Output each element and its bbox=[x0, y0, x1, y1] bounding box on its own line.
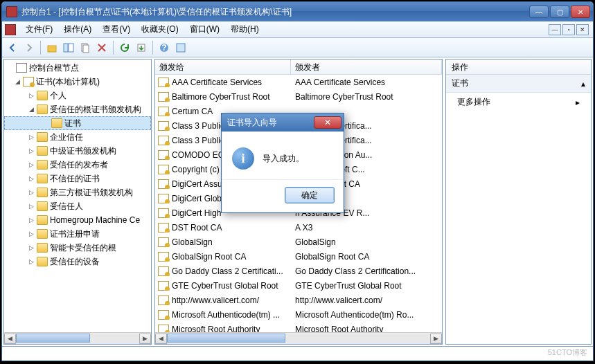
menu-help[interactable]: 帮助(H) bbox=[225, 21, 265, 37]
tree-item[interactable]: ▷第三方根证书颁发机构 bbox=[4, 185, 151, 199]
certificate-icon bbox=[158, 92, 169, 102]
certificate-icon bbox=[158, 266, 169, 276]
certificate-icon bbox=[158, 325, 169, 333]
menu-file[interactable]: 文件(F) bbox=[20, 21, 58, 37]
list-item[interactable]: GlobalSign Root CAGlobalSign Root CA bbox=[155, 249, 442, 264]
svg-rect-2 bbox=[69, 44, 73, 52]
certificate-icon bbox=[158, 310, 169, 320]
forward-button[interactable] bbox=[21, 40, 37, 55]
tree-root[interactable]: 控制台根节点 bbox=[4, 61, 151, 75]
certificate-icon bbox=[158, 165, 169, 174]
list-item[interactable]: Microsoft Root AuthorityMicrosoft Root A… bbox=[155, 322, 442, 332]
certificate-icon bbox=[158, 136, 169, 145]
export-button[interactable] bbox=[134, 40, 149, 55]
menu-app-icon bbox=[5, 24, 16, 35]
menu-window[interactable]: 窗口(W) bbox=[184, 21, 225, 37]
tree-item[interactable]: ▷受信任的发布者 bbox=[4, 158, 151, 172]
list-header[interactable]: 颁发给 颁发者 bbox=[155, 60, 442, 75]
certificate-icon bbox=[158, 223, 169, 233]
tree-item[interactable]: ▷企业信任 bbox=[4, 130, 151, 144]
tree-item-trusted-root[interactable]: ◢受信任的根证书颁发机构 bbox=[4, 102, 151, 116]
certificate-icon bbox=[158, 107, 169, 116]
tree-item[interactable]: ▷Homegroup Machine Ce bbox=[4, 213, 151, 227]
tree-item[interactable]: ▷中级证书颁发机构 bbox=[4, 144, 151, 158]
tree-certs-local[interactable]: ◢证书(本地计算机) bbox=[4, 75, 151, 89]
list-item[interactable]: GTE CyberTrust Global RootGTE CyberTrust… bbox=[155, 278, 442, 293]
svg-rect-1 bbox=[64, 44, 68, 52]
svg-rect-8 bbox=[177, 44, 185, 52]
tree-item-certificates[interactable]: 证书 bbox=[4, 116, 151, 130]
list-item[interactable]: http://www.valicert.com/http://www.valic… bbox=[155, 293, 442, 307]
certificate-icon bbox=[158, 179, 169, 189]
list-item[interactable]: Baltimore CyberTrust RootBaltimore Cyber… bbox=[155, 89, 442, 104]
tree-hscroll[interactable]: ◀▶ bbox=[4, 332, 151, 344]
import-success-dialog: 证书导入向导 ✕ i 导入成功。 确定 bbox=[221, 113, 344, 213]
up-button[interactable] bbox=[44, 40, 60, 55]
properties-button[interactable] bbox=[173, 40, 188, 55]
show-tree-button[interactable] bbox=[61, 40, 76, 55]
certificate-icon bbox=[158, 194, 169, 203]
tree-item[interactable]: ▷个人 bbox=[4, 89, 151, 102]
certificate-icon bbox=[158, 78, 169, 87]
certificate-icon bbox=[158, 208, 169, 218]
list-item[interactable]: Go Daddy Class 2 Certificati...Go Daddy … bbox=[155, 264, 442, 278]
maximize-button[interactable]: ▢ bbox=[550, 6, 569, 18]
dialog-titlebar[interactable]: 证书导入向导 ✕ bbox=[222, 113, 344, 131]
ok-button[interactable]: 确定 bbox=[285, 187, 335, 203]
copy-button[interactable] bbox=[78, 40, 93, 55]
back-button[interactable] bbox=[5, 40, 20, 55]
info-icon: i bbox=[232, 147, 254, 170]
tree-item[interactable]: ▷受信任的设备 bbox=[4, 255, 151, 269]
svg-rect-4 bbox=[83, 45, 89, 53]
mmc-window: 控制台1 - [控制台根节点\证书(本地计算机)\受信任的根证书颁发机构\证书]… bbox=[1, 1, 594, 361]
svg-rect-0 bbox=[48, 46, 56, 52]
certificate-icon bbox=[158, 281, 169, 291]
minimize-button[interactable]: — bbox=[529, 6, 549, 18]
col-issued-to[interactable]: 颁发给 bbox=[155, 60, 291, 74]
certificate-icon bbox=[158, 252, 169, 262]
toolbar: ? bbox=[2, 38, 593, 57]
list-item[interactable]: GlobalSignGlobalSign bbox=[155, 235, 442, 249]
mdi-close-button[interactable]: ✕ bbox=[576, 24, 589, 35]
window-title: 控制台1 - [控制台根节点\证书(本地计算机)\受信任的根证书颁发机构\证书] bbox=[21, 6, 529, 18]
certificate-icon bbox=[158, 150, 169, 160]
mdi-minimize-button[interactable]: — bbox=[549, 24, 561, 35]
list-item[interactable]: AAA Certificate ServicesAAA Certificate … bbox=[155, 75, 442, 89]
actions-section[interactable]: 证书▴ bbox=[446, 75, 591, 93]
menu-action[interactable]: 操作(A) bbox=[58, 21, 97, 37]
list-item[interactable]: DST Root CAA X3 bbox=[155, 220, 442, 235]
delete-button[interactable] bbox=[94, 40, 109, 55]
refresh-button[interactable] bbox=[117, 40, 132, 55]
dialog-message: 导入成功。 bbox=[263, 153, 304, 165]
tree-pane: 控制台根节点 ◢证书(本地计算机) ▷个人 ◢受信任的根证书颁发机构 证书 ▷企… bbox=[3, 59, 152, 345]
tree-item[interactable]: ▷受信任人 bbox=[4, 199, 151, 213]
dialog-title: 证书导入向导 bbox=[227, 117, 314, 129]
mdi-restore-button[interactable]: ▫ bbox=[562, 24, 575, 35]
tree-item[interactable]: ▷智能卡受信任的根 bbox=[4, 241, 151, 255]
tree[interactable]: 控制台根节点 ◢证书(本地计算机) ▷个人 ◢受信任的根证书颁发机构 证书 ▷企… bbox=[4, 60, 151, 332]
tree-item[interactable]: ▷不信任的证书 bbox=[4, 172, 151, 185]
svg-text:?: ? bbox=[161, 43, 166, 53]
certificate-icon bbox=[158, 295, 169, 305]
actions-pane: 操作 证书▴ 更多操作▸ bbox=[445, 59, 592, 345]
tree-item[interactable]: ▷证书注册申请 bbox=[4, 227, 151, 241]
dialog-close-button[interactable]: ✕ bbox=[314, 116, 341, 129]
collapse-icon: ▴ bbox=[581, 79, 585, 89]
list-item[interactable]: Microsoft Authenticode(tm) ...Microsoft … bbox=[155, 307, 442, 322]
app-icon bbox=[6, 6, 17, 17]
col-issued-by[interactable]: 颁发者 bbox=[291, 60, 442, 74]
watermark: 51CTO博客 bbox=[548, 347, 587, 358]
close-button[interactable]: ✕ bbox=[571, 6, 590, 18]
menubar: 文件(F) 操作(A) 查看(V) 收藏夹(O) 窗口(W) 帮助(H) — ▫… bbox=[2, 21, 593, 38]
menu-view[interactable]: 查看(V) bbox=[97, 21, 136, 37]
titlebar[interactable]: 控制台1 - [控制台根节点\证书(本地计算机)\受信任的根证书颁发机构\证书]… bbox=[2, 2, 593, 21]
list-hscroll[interactable]: ◀▶ bbox=[155, 332, 442, 344]
menu-favorites[interactable]: 收藏夹(O) bbox=[136, 21, 184, 37]
chevron-right-icon: ▸ bbox=[576, 98, 580, 107]
certificate-icon bbox=[158, 237, 169, 247]
help-button[interactable]: ? bbox=[157, 40, 172, 55]
actions-header: 操作 bbox=[446, 60, 591, 75]
actions-more[interactable]: 更多操作▸ bbox=[446, 93, 591, 111]
certificate-icon bbox=[158, 121, 169, 131]
